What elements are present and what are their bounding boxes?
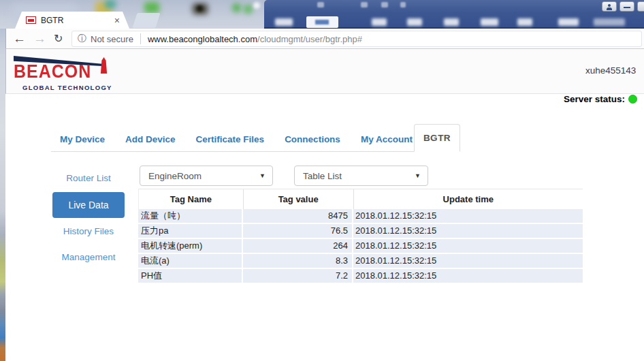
address-bar[interactable]: ⓘ Not secure www.beaconglobaltech.com /c… bbox=[71, 31, 642, 47]
browser-toolbar: ← → ↻ ⓘ Not secure www.beaconglobaltech.… bbox=[5, 29, 644, 49]
cell-tag-name: 流量（吨） bbox=[138, 209, 242, 223]
blurred-menu-item bbox=[517, 18, 532, 26]
blurred-menu-item bbox=[481, 18, 498, 26]
url-host: www.beaconglobaltech.com bbox=[148, 34, 257, 44]
table-row: 压力pa 76.5 2018.01.12.15:32:15 bbox=[138, 224, 583, 238]
desktop-edge-strip bbox=[0, 29, 5, 361]
tab-title: BGTR bbox=[41, 16, 114, 25]
desktop-icon-blur bbox=[105, 0, 116, 8]
tab-connections[interactable]: Connections bbox=[285, 134, 340, 144]
table-row: 电机转速(perm) 264 2018.01.12.15:32:15 bbox=[138, 239, 583, 253]
desktop-icon-blur bbox=[244, 5, 253, 14]
chevron-down-icon: ▼ bbox=[259, 172, 265, 179]
tab-my-account[interactable]: My Account bbox=[361, 134, 413, 144]
close-tab-icon[interactable]: × bbox=[114, 16, 120, 25]
logo-title: BEACON bbox=[14, 61, 91, 82]
blurred-menu-item bbox=[407, 18, 422, 26]
blurred-menu-item bbox=[444, 18, 459, 26]
table-row: 电流(a) 8.3 2018.01.12.15:32:15 bbox=[138, 254, 583, 268]
blurred-icon bbox=[400, 2, 406, 7]
cell-tag-name: 压力pa bbox=[138, 224, 242, 238]
cell-tag-value: 7.2 bbox=[243, 269, 352, 283]
url-separator bbox=[140, 33, 141, 44]
beacon-favicon-icon bbox=[26, 16, 36, 24]
cell-tag-value: 8.3 bbox=[243, 254, 352, 268]
blurred-menu-item bbox=[594, 18, 625, 26]
desktop-icon-blur bbox=[253, 2, 260, 9]
beacon-logo: BEACON GLOBAL TECHNOLOGY bbox=[11, 53, 120, 93]
blurred-icon bbox=[361, 2, 368, 7]
device-group-select-value: EngineRoom bbox=[148, 171, 202, 181]
cell-tag-value: 76.5 bbox=[243, 224, 352, 238]
new-tab-button[interactable] bbox=[132, 13, 160, 28]
info-icon[interactable]: ⓘ bbox=[78, 33, 86, 45]
cell-tag-name: 电机转速(perm) bbox=[138, 239, 242, 253]
screen: BGTR × ← → ↻ ⓘ Not secure www.beaconglob… bbox=[0, 0, 644, 361]
cell-tag-name: PH值 bbox=[138, 269, 242, 283]
logo-subtitle: GLOBAL TECHNOLOGY bbox=[22, 84, 112, 91]
tab-my-device[interactable]: My Device bbox=[60, 134, 105, 144]
tab-bgtr-active[interactable]: BGTR bbox=[414, 124, 460, 152]
minimize-window-button[interactable] bbox=[619, 1, 634, 12]
tab-certificate-files[interactable]: Certificate Files bbox=[196, 134, 265, 144]
user-window-button[interactable] bbox=[602, 1, 617, 12]
table-row: PH值 7.2 2018.01.12.15:32:15 bbox=[138, 269, 583, 283]
column-header-tag-name: Tag Name bbox=[139, 189, 244, 209]
sidebar-item-management[interactable]: Management bbox=[51, 252, 126, 262]
table-header-row: Tag Name Tag value Update time bbox=[138, 189, 583, 209]
user-icon bbox=[608, 4, 611, 7]
blurred-menu-item bbox=[558, 18, 579, 26]
cell-update-time: 2018.01.12.15:32:15 bbox=[353, 239, 583, 253]
cell-tag-value: 8475 bbox=[243, 209, 352, 223]
server-status-label: Server status: bbox=[564, 94, 625, 104]
back-icon[interactable]: ← bbox=[13, 29, 26, 48]
background-app-window bbox=[264, 0, 644, 29]
cell-tag-name: 电流(a) bbox=[138, 254, 242, 268]
blurred-menu-item bbox=[275, 18, 293, 26]
cell-update-time: 2018.01.12.15:32:15 bbox=[353, 254, 583, 268]
nav-tabs: My Device Add Device Certificate Files C… bbox=[51, 127, 460, 152]
browser-tab[interactable]: BGTR × bbox=[15, 12, 129, 29]
cell-update-time: 2018.01.12.15:32:15 bbox=[353, 209, 583, 223]
blurred-icon bbox=[381, 2, 388, 7]
blurred-menu-item bbox=[372, 18, 387, 26]
cell-update-time: 2018.01.12.15:32:15 bbox=[353, 224, 583, 238]
device-group-select[interactable]: EngineRoom ▼ bbox=[140, 166, 273, 186]
reload-icon[interactable]: ↻ bbox=[54, 29, 63, 48]
chevron-down-icon: ▼ bbox=[415, 172, 421, 179]
table-list-select-value: Table List bbox=[303, 171, 342, 181]
tag-data-table: Tag Name Tag value Update time 流量（吨） 847… bbox=[138, 189, 583, 284]
status-dot-icon bbox=[628, 95, 637, 104]
sidebar-item-router-list[interactable]: Router List bbox=[51, 173, 126, 183]
blurred-menu-item-active bbox=[306, 16, 338, 28]
blurred-icon bbox=[317, 2, 324, 7]
minimize-icon bbox=[624, 7, 630, 8]
maximize-window-button[interactable] bbox=[637, 1, 644, 12]
column-header-tag-value: Tag value bbox=[244, 189, 354, 209]
table-list-select[interactable]: Table List ▼ bbox=[294, 166, 428, 186]
security-label: Not secure bbox=[91, 34, 133, 44]
sidebar-item-history-files[interactable]: History Files bbox=[51, 226, 126, 236]
cell-update-time: 2018.01.12.15:32:15 bbox=[353, 269, 583, 283]
desktop-icon-blur bbox=[144, 2, 159, 13]
url-path: /cloudmgmt/user/bgtr.php# bbox=[257, 34, 362, 44]
desktop-icon-blur bbox=[232, 3, 241, 12]
desktop-icon-blur bbox=[197, 5, 203, 12]
sidebar-item-live-data-active[interactable]: Live Data bbox=[52, 192, 125, 218]
username: xuhe455143 bbox=[585, 65, 636, 76]
user-icon bbox=[607, 7, 612, 10]
column-header-update-time: Update time bbox=[354, 189, 583, 209]
table-row: 流量（吨） 8475 2018.01.12.15:32:15 bbox=[138, 209, 583, 223]
forward-icon[interactable]: → bbox=[33, 29, 46, 48]
tab-add-device[interactable]: Add Device bbox=[125, 134, 176, 144]
server-status: Server status: bbox=[564, 94, 637, 104]
cell-tag-value: 264 bbox=[243, 239, 352, 253]
